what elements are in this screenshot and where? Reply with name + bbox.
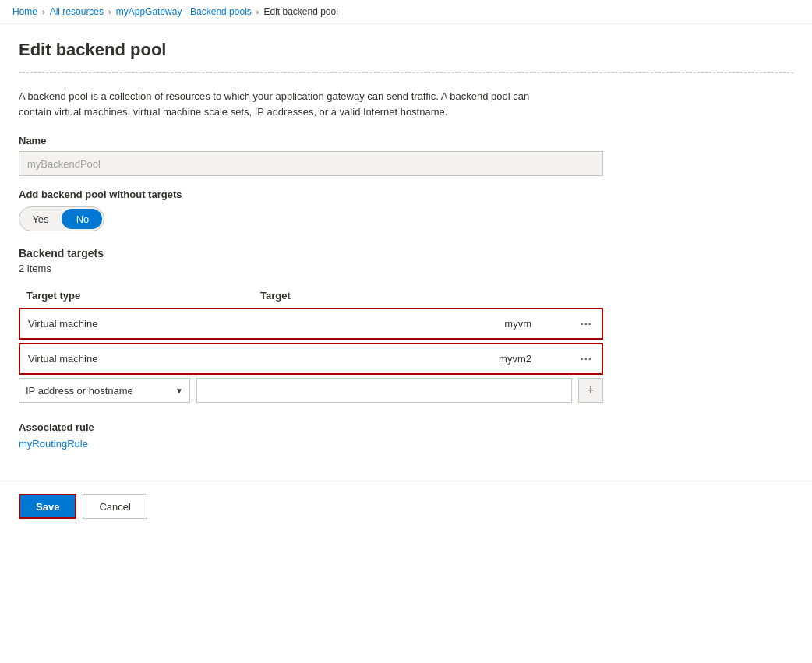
name-label: Name (19, 135, 793, 146)
breadcrumb: Home › All resources › myAppGateway - Ba… (0, 0, 812, 24)
items-count: 2 items (19, 263, 793, 274)
rule-link[interactable]: myRoutingRule (19, 438, 88, 450)
breadcrumb-current: Edit backend pool (263, 6, 337, 17)
footer: Save Cancel (0, 481, 812, 531)
row1-type: Virtual machine (28, 318, 262, 330)
name-input[interactable] (19, 151, 603, 176)
toggle-section-label: Add backend pool without targets (19, 189, 793, 200)
add-icon: + (587, 383, 595, 399)
breadcrumb-sep-3: › (256, 7, 259, 16)
row1-more-button[interactable]: ··· (578, 316, 594, 332)
col-target-header: Target (260, 290, 533, 302)
toggle-backend-pool[interactable]: Yes No (19, 206, 104, 231)
toggle-yes-option[interactable]: Yes (19, 213, 62, 225)
row2-delete-button[interactable] (567, 358, 570, 361)
new-row: IP address or hostname ▼ + (19, 378, 603, 403)
row2-more-button[interactable]: ··· (578, 351, 594, 367)
cancel-button[interactable]: Cancel (83, 494, 147, 519)
dropdown-label: IP address or hostname (26, 385, 133, 397)
breadcrumb-sep-1: › (42, 7, 45, 16)
table-row: Virtual machine myvm2 ··· (19, 343, 603, 375)
breadcrumb-app-gateway[interactable]: myAppGateway - Backend pools (116, 6, 252, 17)
row2-actions: ··· (531, 351, 594, 367)
row2-type: Virtual machine (28, 353, 262, 365)
breadcrumb-sep-2: › (108, 7, 111, 16)
associated-rule-section: Associated rule myRoutingRule (19, 421, 793, 450)
target-value-input[interactable] (196, 378, 572, 403)
chevron-down-icon: ▼ (175, 386, 183, 395)
save-button[interactable]: Save (19, 494, 76, 519)
row1-target: myvm (262, 318, 531, 330)
table-row: Virtual machine myvm ··· (19, 308, 603, 340)
divider (19, 72, 793, 73)
breadcrumb-home[interactable]: Home (12, 6, 37, 17)
associated-rule-label: Associated rule (19, 421, 793, 433)
row1-delete-button[interactable] (567, 323, 570, 326)
toggle-no-option[interactable]: No (62, 213, 104, 225)
col-type-header: Target type (26, 290, 260, 302)
page-description: A backend pool is a collection of resour… (19, 89, 549, 119)
page-title: Edit backend pool (19, 40, 793, 60)
add-row-button[interactable]: + (578, 378, 603, 403)
target-type-dropdown[interactable]: IP address or hostname ▼ (19, 378, 190, 403)
row1-actions: ··· (531, 316, 594, 332)
breadcrumb-all-resources[interactable]: All resources (50, 6, 104, 17)
row2-target: myvm2 (262, 353, 531, 365)
table-header: Target type Target (19, 284, 603, 308)
backend-targets-header: Backend targets (19, 247, 793, 259)
